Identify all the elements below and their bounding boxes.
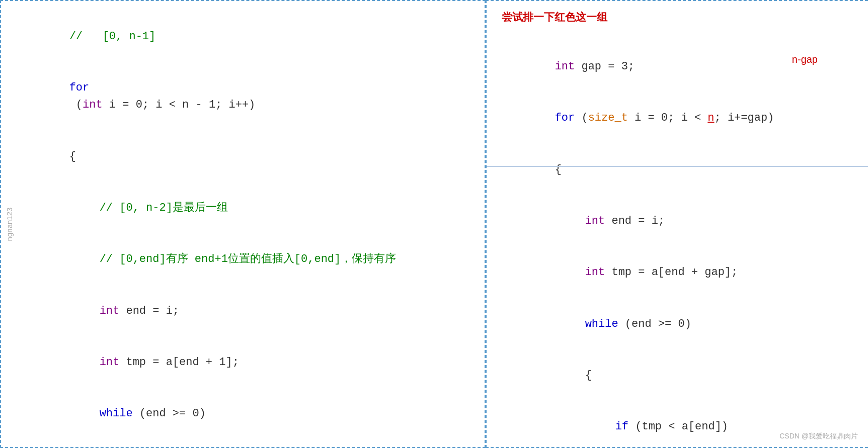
code-line: // [0,end]有序 end+1位置的值插入[0,end]，保持有序 <box>16 234 469 285</box>
left-watermark: ngnan123 <box>5 207 14 241</box>
code-keyword: size_t <box>588 112 628 124</box>
code-text: tmp = a[end + 1]; <box>119 356 239 369</box>
left-panel: ngnan123 // [0, n-1] for (int i = 0; i <… <box>0 0 486 448</box>
code-text: // [0, n-1] <box>69 30 156 43</box>
code-text: tmp = a[end + gap]; <box>605 266 738 279</box>
code-text: ( <box>69 99 83 111</box>
right-divider <box>487 166 868 167</box>
code-keyword: for <box>555 112 575 124</box>
code-keyword: while <box>69 407 133 420</box>
code-keyword: int <box>555 266 605 279</box>
code-line: int end = i; <box>502 196 853 247</box>
right-panel: 尝试排一下红色这一组 n-gap int gap = 3; for (size_… <box>486 0 868 448</box>
code-variable-n: n <box>707 112 714 124</box>
code-line: while (end >= 0) <box>16 388 469 439</box>
code-line: { <box>16 439 469 448</box>
right-watermark: CSDN @我爱吃福鼎肉片 <box>779 432 858 441</box>
code-keyword: int <box>555 60 575 73</box>
right-code-block: int gap = 3; for (size_t i = 0; i < n; i… <box>502 41 853 448</box>
code-line: // [0, n-2]是最后一组 <box>16 183 469 234</box>
code-text: (end >= 0) <box>133 407 206 420</box>
code-text: end = i; <box>119 305 179 317</box>
code-text: (end >= 0) <box>618 318 691 330</box>
code-keyword: int <box>83 99 103 111</box>
code-text: // [0, n-2]是最后一组 <box>69 202 228 214</box>
code-line: int tmp = a[end + gap]; <box>502 247 853 298</box>
code-text: ; i+=gap) <box>715 112 774 124</box>
code-text: gap = 3; <box>575 60 635 73</box>
code-line: for (size_t i = 0; i < n; i+=gap) <box>502 93 853 144</box>
code-keyword: int <box>69 305 120 317</box>
code-keyword: if <box>555 420 628 433</box>
code-keyword: while <box>555 318 618 330</box>
code-text: i = 0; i < <box>628 112 707 124</box>
code-line: int tmp = a[end + 1]; <box>16 337 469 388</box>
main-container: ngnan123 // [0, n-1] for (int i = 0; i <… <box>0 0 868 448</box>
code-text: // [0,end]有序 end+1位置的值插入[0,end]，保持有序 <box>69 253 397 265</box>
code-text: end = i; <box>605 215 665 227</box>
code-line: // [0, n-1] <box>16 11 469 62</box>
code-text: { <box>555 163 562 176</box>
code-text: (tmp < a[end]) <box>628 420 728 433</box>
code-text: i = 0; i < n - 1; i++) <box>103 99 256 111</box>
left-code-block: // [0, n-1] for (int i = 0; i < n - 1; i… <box>16 11 469 448</box>
right-label-top: 尝试排一下红色这一组 <box>502 10 607 24</box>
code-line: int end = i; <box>16 286 469 337</box>
right-label-ngap: n-gap <box>792 54 818 65</box>
code-line: for (int i = 0; i < n - 1; i++) <box>16 62 469 131</box>
code-line: { <box>502 144 853 196</box>
code-text: ( <box>575 112 588 124</box>
code-keyword: for <box>69 81 90 94</box>
code-line: { <box>502 350 853 401</box>
code-text: { <box>555 369 592 382</box>
code-keyword: int <box>555 215 605 227</box>
code-line: if (tmp < a[end]) <box>502 401 853 448</box>
code-line: int gap = 3; <box>502 41 853 93</box>
code-keyword: int <box>69 356 120 369</box>
code-line: while (end >= 0) <box>502 298 853 349</box>
code-text: { <box>69 150 76 163</box>
code-line: { <box>16 131 469 183</box>
